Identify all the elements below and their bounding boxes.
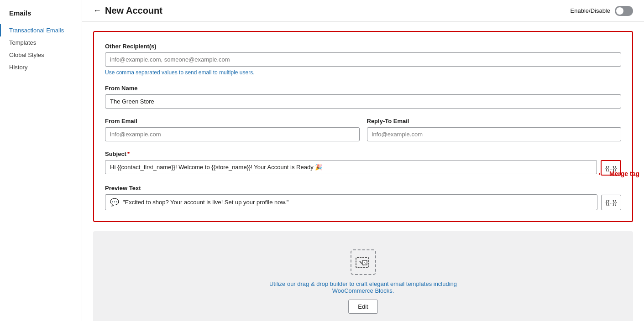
- subject-input[interactable]: [105, 160, 597, 174]
- subject-label: Subject*: [105, 150, 621, 157]
- from-name-input[interactable]: [105, 94, 621, 109]
- preview-merge-tag-button[interactable]: {{..}}: [601, 195, 621, 210]
- sidebar-item-templates[interactable]: Templates: [0, 36, 82, 49]
- from-email-input[interactable]: [105, 127, 360, 141]
- sidebar-link-transactional[interactable]: Transactional Emails: [0, 24, 82, 36]
- other-recipients-input[interactable]: [105, 52, 621, 67]
- chat-icon: 💬: [110, 198, 119, 207]
- sidebar-item-global-styles[interactable]: Global Styles: [0, 49, 82, 61]
- preview-row: 💬 {{..}}: [105, 194, 621, 210]
- from-name-label: From Name: [105, 85, 621, 92]
- other-recipients-hint: Use comma separated values to send email…: [105, 69, 621, 76]
- email-row: From Email Reply-To Email: [105, 118, 621, 150]
- sidebar-nav: Transactional Emails Templates Global St…: [0, 24, 82, 73]
- sidebar-title: Emails: [0, 9, 82, 24]
- form-area: Other Recipient(s) Use comma separated v…: [82, 22, 644, 231]
- other-recipients-group: Other Recipient(s) Use comma separated v…: [105, 43, 621, 76]
- main-content: ← New Account Enable/Disable Other Recip…: [82, 0, 644, 321]
- merge-tag-label: Merge tag: [609, 170, 639, 177]
- builder-description: Utilize our drag & drop builder to craft…: [249, 280, 477, 294]
- from-email-group: From Email: [105, 118, 360, 141]
- sidebar-link-global-styles[interactable]: Global Styles: [0, 49, 82, 61]
- preview-text-label: Preview Text: [105, 185, 621, 192]
- reply-to-email-label: Reply-To Email: [367, 118, 622, 124]
- preview-input-wrapper: 💬: [105, 194, 597, 210]
- subject-row: {{..}}: [105, 160, 621, 176]
- from-name-group: From Name: [105, 85, 621, 109]
- sidebar-item-history[interactable]: History: [0, 61, 82, 73]
- builder-area: ↖ Utilize our drag & drop builder to cra…: [93, 231, 633, 321]
- merge-tag-annotation: ← Merge tag: [597, 168, 639, 180]
- reply-to-email-input[interactable]: [367, 127, 622, 141]
- form-card: Other Recipient(s) Use comma separated v…: [93, 31, 633, 222]
- top-bar-left: ← New Account: [93, 5, 162, 16]
- enable-disable-label: Enable/Disable: [571, 7, 610, 14]
- subject-group: Subject* {{..}}: [105, 150, 621, 176]
- preview-text-input[interactable]: [123, 199, 592, 206]
- edit-button[interactable]: Edit: [348, 300, 377, 314]
- top-bar-right: Enable/Disable: [571, 6, 633, 16]
- preview-text-group: Preview Text 💬 {{..}}: [105, 185, 621, 210]
- toggle-slider: [615, 6, 633, 16]
- sidebar-item-transactional-emails[interactable]: Transactional Emails: [0, 24, 82, 36]
- subject-required: *: [127, 150, 130, 157]
- sidebar-link-history[interactable]: History: [0, 61, 82, 73]
- builder-icon: ↖: [351, 249, 376, 275]
- sidebar-link-templates[interactable]: Templates: [0, 36, 82, 49]
- sidebar: Emails Transactional Emails Templates Gl…: [0, 0, 82, 321]
- other-recipients-label: Other Recipient(s): [105, 43, 621, 50]
- reply-to-email-group: Reply-To Email: [367, 118, 622, 150]
- from-email-label: From Email: [105, 118, 360, 124]
- svg-text:↖: ↖: [363, 261, 367, 265]
- merge-tag-arrow: ←: [597, 168, 607, 180]
- page-title: New Account: [105, 5, 162, 16]
- top-bar: ← New Account Enable/Disable: [82, 0, 644, 22]
- enable-disable-toggle[interactable]: [615, 6, 633, 16]
- back-button[interactable]: ←: [93, 6, 101, 16]
